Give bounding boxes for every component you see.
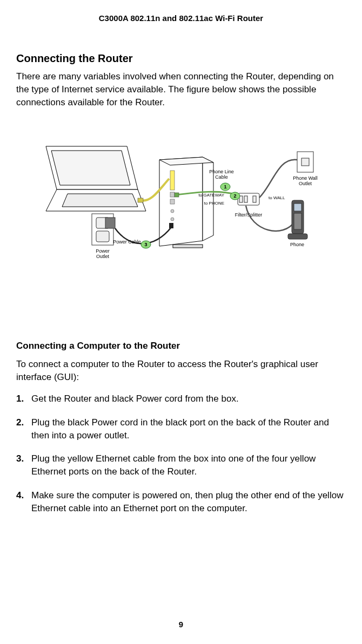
svg-rect-19 — [244, 196, 247, 202]
svg-rect-8 — [170, 171, 175, 190]
svg-rect-27 — [294, 213, 301, 229]
label-power-outlet: PowerOutlet — [96, 248, 110, 259]
label-to-phone: to PHONE — [204, 201, 224, 206]
sub-intro-paragraph: To connect a computer to the Router to a… — [16, 358, 346, 384]
svg-rect-10 — [170, 199, 175, 204]
svg-rect-13 — [138, 198, 143, 202]
callout-one-icon: 1 — [220, 183, 230, 191]
svg-point-12 — [171, 218, 174, 221]
svg-rect-32 — [105, 218, 115, 228]
svg-rect-14 — [175, 193, 179, 197]
svg-rect-33 — [169, 223, 173, 228]
wall-cable-icon — [259, 160, 297, 198]
svg-rect-9 — [170, 192, 175, 197]
section-title-connecting-router: Connecting the Router — [16, 52, 346, 65]
svg-rect-20 — [253, 196, 256, 202]
section-title-connecting-computer: Connecting a Computer to the Router — [16, 341, 346, 351]
svg-marker-3 — [62, 194, 138, 207]
step-item: Plug the black Power cord in the black p… — [16, 416, 346, 442]
svg-point-11 — [171, 209, 174, 213]
svg-rect-31 — [96, 231, 109, 242]
page-number: 9 — [0, 620, 362, 629]
step-item: Plug the yellow Ethernet cable from the … — [16, 452, 346, 478]
callout-two-icon: 2 — [230, 192, 240, 200]
power-outlet-icon — [92, 214, 115, 245]
phone-icon — [288, 200, 307, 239]
label-phone-wall-outlet: Phone WallOutlet — [293, 175, 318, 186]
intro-paragraph: There are many variables involved when c… — [16, 70, 346, 109]
label-phone: Phone — [290, 242, 304, 247]
svg-rect-24 — [301, 158, 309, 166]
svg-text:1: 1 — [224, 184, 226, 189]
label-power-cable: Power Cable — [113, 239, 141, 245]
phone-cable-icon — [246, 206, 294, 231]
step-item: Get the Router and black Power cord from… — [16, 392, 346, 405]
label-to-wall: to WALL — [269, 195, 285, 200]
svg-rect-26 — [294, 204, 301, 211]
steps-list: Get the Router and black Power cord from… — [16, 392, 346, 515]
connection-diagram: 1 Phone LineCable 2 to GATEWAY to PHONE … — [35, 141, 327, 265]
page-header: C3000A 802.11n and 802.11ac Wi-Fi Router — [16, 13, 346, 23]
document-page: C3000A 802.11n and 802.11ac Wi-Fi Router… — [0, 0, 362, 644]
svg-text:2: 2 — [233, 193, 236, 199]
svg-rect-7 — [173, 245, 203, 248]
step-item: Make sure the computer is powered on, th… — [16, 489, 346, 515]
laptop-icon — [46, 146, 146, 211]
svg-marker-1 — [51, 151, 130, 185]
label-to-gateway: to GATEWAY — [199, 193, 225, 198]
svg-rect-28 — [288, 234, 307, 239]
svg-text:3: 3 — [144, 242, 147, 247]
callout-three-icon: 3 — [141, 241, 151, 248]
phone-wall-outlet-icon — [297, 152, 313, 172]
filter-splitter-icon — [238, 193, 259, 205]
